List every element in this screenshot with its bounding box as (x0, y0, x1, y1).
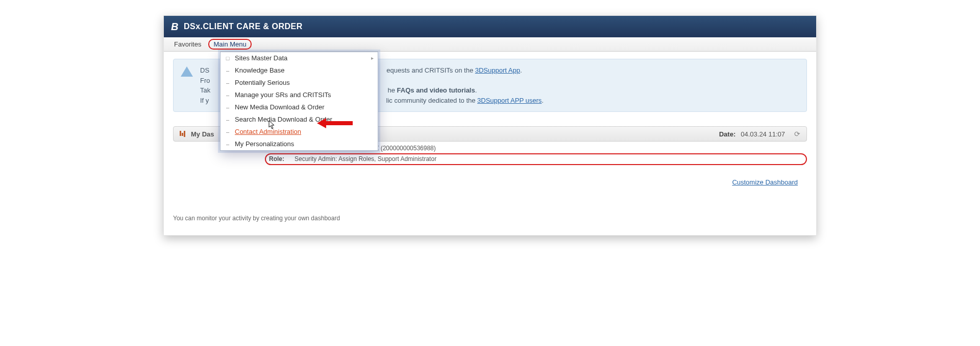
link-3dsupport-app[interactable]: 3DSupport App (475, 66, 520, 74)
menu-new-media-download[interactable]: – New Media Download & Order (220, 101, 378, 113)
bar-chart-icon (180, 131, 186, 137)
refresh-icon[interactable]: ⟳ (794, 130, 800, 138)
menu-knowledge-base[interactable]: – Knowledge Base (220, 64, 378, 77)
app-title: DSx.CLIENT CARE & ORDER (184, 22, 303, 31)
menu-my-personalizations[interactable]: – My Personalizations (220, 138, 378, 150)
ds-logo: B (171, 21, 179, 33)
link-3dsupport-users[interactable]: 3DSupport APP users (477, 97, 542, 104)
main-menu-dropdown: □ Sites Master Data – Knowledge Base – P… (220, 52, 378, 151)
red-arrow (317, 118, 353, 126)
menu-potentially-serious[interactable]: – Potentially Serious (220, 77, 378, 89)
customize-dashboard-link[interactable]: Customize Dashboard (732, 178, 798, 186)
menu-sites-master-data[interactable]: □ Sites Master Data (220, 52, 378, 64)
app-header: B DSx.CLIENT CARE & ORDER (164, 16, 816, 37)
svg-marker-0 (317, 118, 353, 128)
menu-manage-srs[interactable]: – Manage your SRs and CRITSITs (220, 89, 378, 101)
role-highlight: Role: Security Admin: Assign Roles, Supp… (265, 153, 807, 165)
role-value: Security Admin: Assign Roles, Support Ad… (295, 154, 436, 164)
dashboard-title: My Das (191, 130, 214, 138)
info-icon (181, 66, 193, 77)
footer-note: You can monitor your activity by creatin… (173, 215, 807, 222)
favorites-menu[interactable]: Favorites (167, 39, 208, 50)
menu-bar: Favorites Main Menu (164, 37, 816, 52)
mouse-cursor-icon (268, 120, 277, 132)
date-value: 04.03.24 11:07 (741, 130, 785, 138)
date-label: Date: (719, 130, 736, 138)
role-label: Role: (269, 154, 295, 164)
main-menu[interactable]: Main Menu (208, 39, 251, 50)
